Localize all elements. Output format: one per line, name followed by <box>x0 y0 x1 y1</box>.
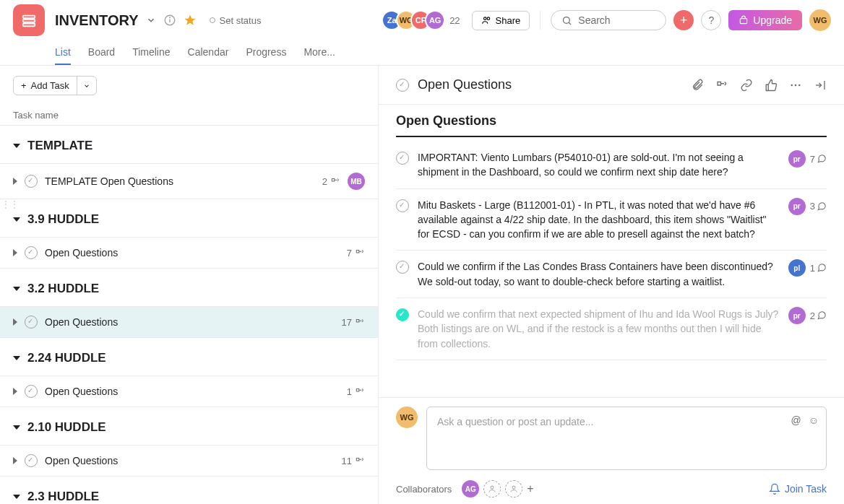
section-header[interactable]: 3.2 HUDDLE <box>0 269 378 306</box>
subtask-comment-count: 2 <box>810 310 827 321</box>
task-row[interactable]: Open Questions1 <box>0 375 378 407</box>
task-complete-toggle[interactable] <box>25 175 38 188</box>
add-collaborator[interactable] <box>483 480 501 498</box>
caret-right-icon <box>13 388 17 395</box>
like-icon[interactable] <box>765 79 778 92</box>
section-header[interactable]: 3.9 HUDDLE <box>0 199 378 237</box>
subtask-icon[interactable] <box>715 79 728 92</box>
subsection-title: Open Questions <box>396 108 827 137</box>
task-row[interactable]: Open Questions11 <box>0 445 378 476</box>
emoji-icon[interactable]: ☺ <box>809 414 819 426</box>
star-icon[interactable] <box>184 14 197 27</box>
subtask-text: Could we confirm that next expected ship… <box>418 307 780 351</box>
tab-progress[interactable]: Progress <box>246 40 286 65</box>
subtask-assignee-avatar[interactable]: pr <box>788 198 806 215</box>
subtask-comment-count: 7 <box>810 154 827 165</box>
svg-rect-2 <box>23 24 35 27</box>
join-task-button[interactable]: Join Task <box>769 483 827 495</box>
add-task-dropdown[interactable] <box>77 79 96 93</box>
task-name: Open Questions <box>45 247 340 258</box>
view-tabs: List Board Timeline Calendar Progress Mo… <box>0 40 844 66</box>
subtask-assignee-avatar[interactable]: pr <box>788 150 806 168</box>
link-icon[interactable] <box>740 79 753 92</box>
collapse-icon[interactable] <box>814 79 827 92</box>
caret-down-icon <box>13 425 20 430</box>
drag-handle-icon[interactable]: ⋮⋮ <box>1 199 19 209</box>
tab-timeline[interactable]: Timeline <box>132 40 170 65</box>
section-header[interactable]: TEMPLATE <box>0 126 378 163</box>
add-collaborator[interactable] <box>505 480 522 498</box>
comment-input[interactable]: Ask a question or post an update... @ ☺ <box>426 407 827 470</box>
subtask-text: Could we confirm if the Las Condes Brass… <box>418 259 780 289</box>
subtask-complete-toggle[interactable] <box>396 199 409 212</box>
add-task-button[interactable]: +Add Task <box>13 76 97 95</box>
task-row[interactable]: Open Questions7 <box>0 237 378 268</box>
svg-point-5 <box>169 17 170 18</box>
comment-user-avatar: WG <box>396 407 418 428</box>
subtask-assignee-avatar[interactable]: pl <box>788 259 806 277</box>
subtask-row[interactable]: Could we confirm that next expected ship… <box>396 298 827 360</box>
search-input[interactable]: Search <box>551 10 666 30</box>
tab-list[interactable]: List <box>55 40 71 65</box>
header-avatars[interactable]: Za WG CF AG 22 <box>382 10 464 30</box>
caret-down-icon <box>13 287 20 291</box>
section-title: 2.24 HUDDLE <box>27 351 106 365</box>
svg-point-13 <box>795 84 797 86</box>
task-row[interactable]: TEMPLATE Open Questions2 MB <box>0 163 378 199</box>
task-name: Open Questions <box>45 316 335 328</box>
subtask-row[interactable]: IMPORTANT: Viento Lumbars (P54010-01) ar… <box>396 142 827 189</box>
upgrade-button[interactable]: Upgrade <box>728 10 802 30</box>
caret-right-icon <box>13 318 17 326</box>
user-avatar[interactable]: WG <box>809 9 831 31</box>
subtask-complete-toggle[interactable] <box>396 261 409 274</box>
share-button[interactable]: Share <box>472 11 530 30</box>
attach-icon[interactable] <box>691 79 704 92</box>
tab-calendar[interactable]: Calendar <box>188 40 229 65</box>
help-button[interactable]: ? <box>701 10 721 30</box>
subtask-complete-toggle[interactable] <box>396 152 409 165</box>
svg-rect-0 <box>23 16 35 19</box>
project-title: INVENTORY <box>55 12 139 29</box>
svg-marker-6 <box>184 15 195 25</box>
collaborators-label: Collaborators <box>396 484 452 495</box>
section-title: 3.2 HUDDLE <box>27 282 99 296</box>
subtask-row[interactable]: Mitu Baskets - Large (B112001-01) - In P… <box>396 189 827 251</box>
svg-point-7 <box>483 17 486 20</box>
section-title: 2.10 HUDDLE <box>27 420 106 435</box>
add-button[interactable]: + <box>673 10 694 30</box>
info-icon[interactable] <box>163 14 176 27</box>
avatar: AG <box>425 10 445 30</box>
assignee-avatar[interactable]: MB <box>348 173 365 190</box>
section-header[interactable]: 2.24 HUDDLE <box>0 338 378 375</box>
subtask-row[interactable]: Could we confirm if the Las Condes Brass… <box>396 251 827 298</box>
caret-right-icon <box>13 457 17 464</box>
task-row[interactable]: Open Questions17 <box>0 306 378 337</box>
section-header[interactable]: 2.3 HUDDLE <box>0 477 378 504</box>
task-complete-toggle[interactable] <box>25 316 38 329</box>
subtask-complete-toggle[interactable] <box>396 308 409 321</box>
subtask-text: Mitu Baskets - Large (B112001-01) - In P… <box>418 198 780 242</box>
tab-board[interactable]: Board <box>88 40 115 65</box>
task-name: Open Questions <box>45 455 335 466</box>
project-icon[interactable] <box>13 4 45 36</box>
collaborator-avatar[interactable]: AG <box>462 480 479 498</box>
subtask-assignee-avatar[interactable]: pr <box>788 307 806 324</box>
task-complete-toggle[interactable] <box>25 385 38 398</box>
more-icon[interactable] <box>789 79 802 92</box>
section-header[interactable]: 2.10 HUDDLE <box>0 407 378 445</box>
detail-title: Open Questions <box>418 77 512 92</box>
svg-line-10 <box>569 22 571 25</box>
mention-icon[interactable]: @ <box>791 414 801 426</box>
add-collaborator-plus[interactable]: + <box>527 482 533 495</box>
task-name: Open Questions <box>45 386 340 397</box>
task-detail-pane: Open Questions Open Questions IMPORTANT:… <box>379 66 844 504</box>
status-button[interactable]: Set status <box>210 15 262 26</box>
chevron-down-icon[interactable] <box>146 15 156 25</box>
task-complete-toggle[interactable] <box>25 454 38 467</box>
caret-down-icon <box>13 217 20 222</box>
task-complete-toggle[interactable] <box>25 246 38 259</box>
tab-more[interactable]: More... <box>303 40 335 65</box>
subtask-comment-count: 3 <box>810 201 827 212</box>
column-header: Task name <box>0 105 378 126</box>
task-complete-toggle[interactable] <box>396 79 409 92</box>
